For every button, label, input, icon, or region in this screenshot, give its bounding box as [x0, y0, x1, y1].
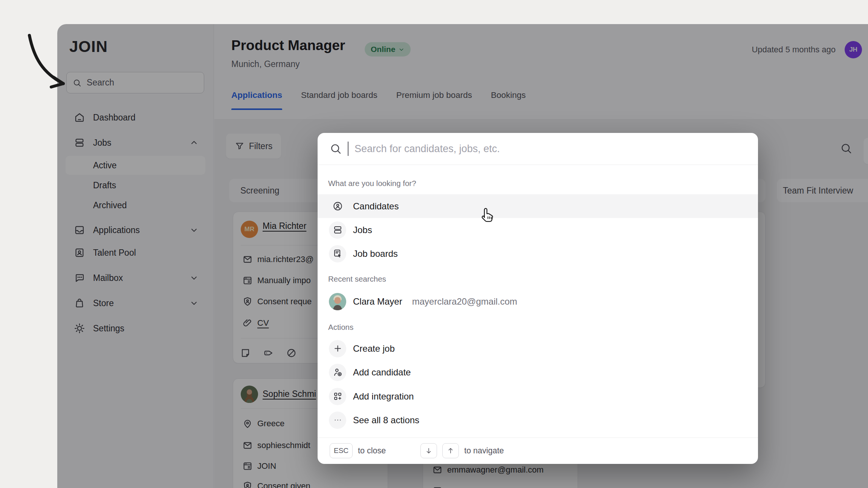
icon-circle — [329, 245, 346, 262]
action-label: See all 8 actions — [353, 415, 419, 425]
action-see-all[interactable]: See all 8 actions — [318, 408, 758, 432]
esc-keycap: ESC — [330, 443, 353, 458]
section-label-recent: Recent searches — [328, 274, 386, 284]
action-create-job[interactable]: Create job — [318, 337, 758, 360]
mouse-cursor-hand — [478, 206, 496, 225]
recent-person-avatar — [329, 293, 346, 310]
arrow-up-icon — [447, 447, 454, 454]
icon-circle — [329, 198, 346, 215]
action-add-integration[interactable]: Add integration — [318, 384, 758, 408]
screen: JOIN Dashboard Jobs Active Drafts — [0, 0, 868, 488]
section-label-looking: What are you looking for? — [328, 179, 416, 188]
app-window: JOIN Dashboard Jobs Active Drafts — [57, 24, 868, 488]
add-candidate-icon — [333, 367, 343, 377]
action-label: Add integration — [353, 391, 414, 402]
modal-footer: ESC to close to navigate — [318, 438, 758, 464]
recent-person-name: Clara Mayer — [353, 296, 402, 307]
recent-person-email: mayerclara20@gmail.com — [412, 296, 517, 307]
search-icon — [330, 143, 342, 155]
annotation-arrow — [21, 31, 78, 95]
icon-circle — [329, 221, 346, 239]
plus-icon — [333, 343, 343, 354]
arrow-up-keycap — [442, 443, 459, 458]
action-label: Create job — [353, 343, 395, 354]
close-hint: to close — [358, 446, 386, 456]
icon-circle — [329, 412, 346, 429]
avatar-photo — [329, 293, 346, 310]
menu-item-label: Job boards — [353, 249, 398, 259]
menu-item-label: Candidates — [353, 201, 399, 212]
menu-item-label: Jobs — [353, 225, 372, 235]
navigate-hint: to navigate — [464, 446, 504, 456]
recent-search-clara[interactable]: Clara Mayer mayerclara20@gmail.com — [318, 290, 758, 313]
icon-circle — [329, 388, 346, 405]
action-add-candidate[interactable]: Add candidate — [318, 360, 758, 384]
jobs-icon — [333, 225, 343, 235]
menu-item-job-boards[interactable]: Job boards — [318, 242, 758, 265]
arrow-down-icon — [425, 447, 432, 454]
divider — [318, 165, 758, 165]
menu-item-jobs[interactable]: Jobs — [318, 218, 758, 242]
candidates-icon — [333, 201, 343, 211]
add-integration-icon — [333, 391, 343, 401]
modal-search-bar[interactable] — [318, 133, 758, 165]
text-caret — [348, 142, 348, 156]
modal-search-input[interactable] — [355, 143, 746, 155]
global-search-modal: What are you looking for? Candidates Job… — [318, 133, 758, 464]
action-label: Add candidate — [353, 367, 411, 378]
job-boards-icon — [333, 249, 343, 259]
arrow-down-keycap — [420, 443, 437, 458]
icon-circle — [329, 364, 346, 381]
menu-item-candidates[interactable]: Candidates — [318, 194, 758, 218]
icon-circle — [329, 340, 346, 357]
section-label-actions: Actions — [328, 323, 353, 332]
ellipsis-icon — [333, 415, 343, 425]
